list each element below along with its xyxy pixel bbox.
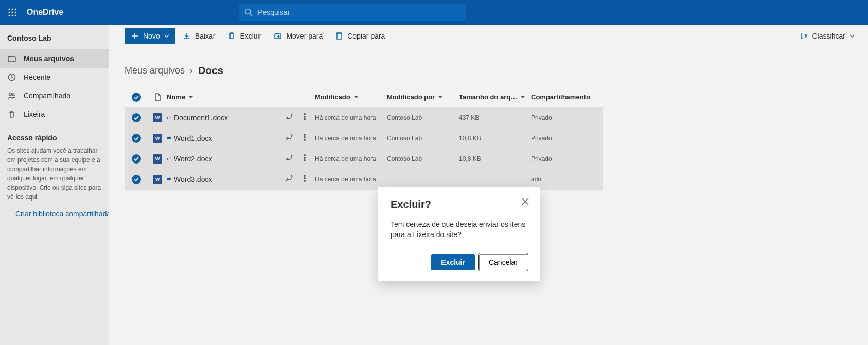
more-icon[interactable] xyxy=(300,133,309,143)
table-row[interactable]: ⇄Word3.docxHá cerca de uma horaado xyxy=(125,169,603,190)
move-icon xyxy=(274,32,282,40)
chevron-down-icon xyxy=(849,33,855,39)
share-icon[interactable] xyxy=(285,133,293,143)
copy-label: Copiar para xyxy=(347,32,385,40)
file-type-header xyxy=(148,93,167,101)
breadcrumb: Meus arquivos › Docs xyxy=(109,47,868,87)
chevron-right-icon: › xyxy=(190,65,193,76)
file-name[interactable]: Word2.docx xyxy=(174,155,212,163)
dialog-close-button[interactable] xyxy=(520,196,530,207)
svg-point-5 xyxy=(15,12,16,13)
svg-point-22 xyxy=(304,139,305,140)
row-checkbox[interactable] xyxy=(125,154,148,164)
nav-recycle[interactable]: Lixeira xyxy=(0,105,109,123)
new-label: Novo xyxy=(143,32,160,40)
search-input[interactable] xyxy=(258,8,460,16)
col-name[interactable]: Nome xyxy=(167,93,193,101)
share-icon[interactable] xyxy=(285,154,293,164)
delete-label: Excluir xyxy=(240,32,261,40)
nav-label: Compartilhado xyxy=(24,92,70,100)
quick-access-text: Os sites ajudam você a trabalhar em proj… xyxy=(0,144,109,204)
row-checkbox[interactable] xyxy=(125,134,148,143)
cell-size: 10,8 KB xyxy=(459,155,531,162)
new-button[interactable]: Novo xyxy=(125,28,175,44)
svg-rect-11 xyxy=(8,57,15,62)
main-region: Novo Baixar Excluir Mover para Copiar pa… xyxy=(109,25,868,345)
sync-icon: ⇄ xyxy=(167,115,171,120)
nav-shared[interactable]: Compartilhado xyxy=(0,86,109,105)
svg-point-8 xyxy=(15,15,16,16)
cell-sharing: Privado xyxy=(531,114,603,121)
quick-access-heading: Acesso rápido xyxy=(0,123,109,144)
close-icon xyxy=(522,198,529,205)
move-button[interactable]: Mover para xyxy=(269,28,328,44)
copy-button[interactable]: Copiar para xyxy=(330,28,390,44)
file-name[interactable]: Document1.docx xyxy=(174,114,228,122)
table-row[interactable]: ⇄Word1.docxHá cerca de uma horaContoso L… xyxy=(125,128,603,149)
brand-label[interactable]: OneDrive xyxy=(27,8,63,17)
cell-sharing: Privado xyxy=(531,135,603,142)
table-row[interactable]: ⇄Word2.docxHá cerca de uma horaContoso L… xyxy=(125,149,603,169)
check-icon xyxy=(132,175,141,184)
delete-dialog: Excluir? Tem certeza de que deseja envia… xyxy=(378,187,540,281)
share-icon[interactable] xyxy=(285,113,293,122)
cell-size: 437 KB xyxy=(459,114,531,121)
svg-line-10 xyxy=(250,14,253,16)
download-icon xyxy=(183,32,191,40)
app-launcher[interactable] xyxy=(0,0,25,25)
file-name[interactable]: Word3.docx xyxy=(174,175,212,184)
nav-label: Recente xyxy=(24,73,50,81)
select-all[interactable] xyxy=(125,93,148,102)
nav-label: Lixeira xyxy=(24,110,45,118)
svg-point-3 xyxy=(9,12,10,13)
row-checkbox[interactable] xyxy=(125,175,148,184)
share-icon[interactable] xyxy=(285,174,293,184)
more-icon[interactable] xyxy=(300,154,309,164)
dialog-body: Tem certeza de que deseja enviar os iten… xyxy=(391,220,527,240)
nav-label: Meus arquivos xyxy=(24,55,74,63)
col-modifiedby[interactable]: Modificado por xyxy=(387,93,459,101)
svg-point-19 xyxy=(304,119,305,120)
download-button[interactable]: Baixar xyxy=(178,28,221,44)
cell-modifiedby: Contoso Lab xyxy=(387,135,459,142)
cell-modifiedby: Contoso Lab xyxy=(387,155,459,162)
row-checkbox[interactable] xyxy=(125,113,148,122)
cell-modifiedby: Contoso Lab xyxy=(387,114,459,121)
more-icon[interactable] xyxy=(300,174,309,184)
check-icon xyxy=(132,93,141,102)
col-sharing[interactable]: Compartilhamento xyxy=(531,93,603,101)
col-modified[interactable]: Modificado xyxy=(315,93,387,101)
dialog-title: Excluir? xyxy=(391,198,527,210)
chevron-down-icon xyxy=(164,33,169,39)
svg-point-1 xyxy=(12,9,13,10)
sort-button[interactable]: Classificar xyxy=(794,28,860,44)
svg-point-21 xyxy=(304,137,305,138)
folder-icon xyxy=(7,55,16,63)
breadcrumb-current: Docs xyxy=(198,65,223,77)
create-shared-library-link[interactable]: Criar biblioteca compartilhada xyxy=(0,204,109,218)
search-box[interactable] xyxy=(239,4,466,21)
breadcrumb-root[interactable]: Meus arquivos xyxy=(125,65,185,76)
file-name[interactable]: Word1.docx xyxy=(174,134,212,142)
svg-point-2 xyxy=(15,9,16,10)
col-size[interactable]: Tamanho do arq… xyxy=(459,93,531,101)
word-file-icon xyxy=(148,134,167,143)
cell-modified: Há cerca de uma hora xyxy=(315,176,387,183)
more-icon[interactable] xyxy=(300,113,309,122)
svg-point-18 xyxy=(304,116,305,117)
svg-point-20 xyxy=(304,134,305,135)
table-row[interactable]: ⇄Document1.docxHá cerca de uma horaConto… xyxy=(125,107,603,128)
check-icon xyxy=(132,134,141,143)
nav-my-files[interactable]: Meus arquivos xyxy=(0,49,109,68)
nav-recent[interactable]: Recente xyxy=(0,68,109,86)
dialog-cancel-button[interactable]: Cancelar xyxy=(479,254,527,270)
svg-point-24 xyxy=(304,157,305,158)
check-icon xyxy=(132,154,141,164)
svg-point-7 xyxy=(12,15,13,16)
cell-modified: Há cerca de uma hora xyxy=(315,135,387,142)
dialog-confirm-button[interactable]: Excluir xyxy=(431,254,475,270)
svg-point-13 xyxy=(9,93,12,96)
delete-button[interactable]: Excluir xyxy=(222,28,267,44)
left-nav: Contoso Lab Meus arquivos Recente Compar… xyxy=(0,25,109,345)
svg-point-25 xyxy=(304,160,305,161)
